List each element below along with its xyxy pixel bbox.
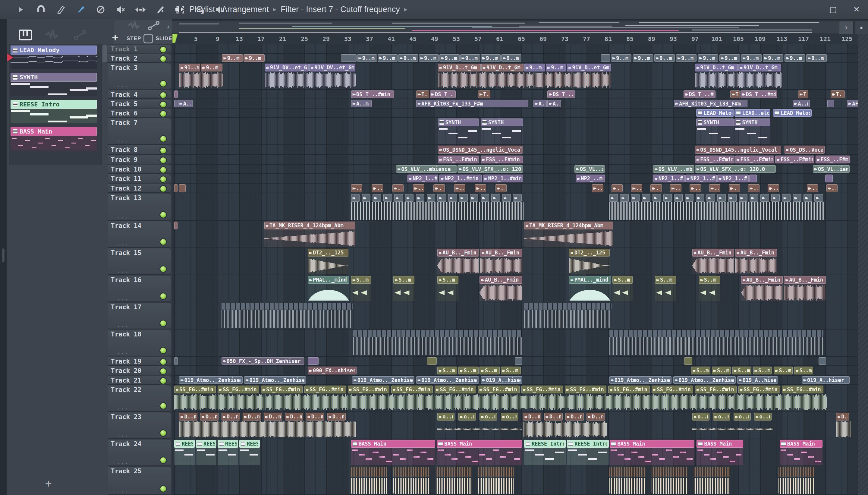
track-mute-led[interactable] [159, 456, 167, 464]
clip-050-fx---sp..dh-zenhiser[interactable]: ▶▶050_FX_-_Sp..DH_Zenhiser [222, 357, 305, 365]
clip-afb-kit03-fx-133-f#m[interactable]: ▶▶AFB_Kit03_Fx_133_F#m [674, 100, 748, 107]
scrollbar-options-button[interactable]: ▪ [855, 21, 868, 34]
clip-os-dsnd-145..ngelic-vocal[interactable]: ▶▶OS_DSND_145..ngelic_Vocal [695, 146, 781, 154]
clip-stripes[interactable] [652, 467, 688, 494]
clip-synth[interactable]: SYNTH [438, 118, 479, 144]
clip-stub[interactable]: ▶▶ [749, 194, 758, 220]
clip-stripes[interactable] [609, 467, 646, 494]
track-header-4[interactable]: Track 4 [108, 90, 171, 99]
clip-019-a..hiser[interactable]: ▶▶019_A..hiser [802, 376, 850, 384]
track-mute-led[interactable] [159, 429, 167, 437]
piano-tab[interactable] [19, 30, 33, 41]
clip-o..n[interactable]: ▶▶o..n [458, 413, 475, 438]
clip-stub[interactable]: ▶▶ [642, 194, 650, 220]
clip-stub[interactable] [174, 222, 177, 247]
clip-fss-..f#min[interactable]: ▶▶FSS_..F#min [735, 156, 774, 164]
clip-bass-main[interactable]: BASS Main [610, 440, 694, 465]
clip-dt2-..-125[interactable]: ▶▶DT2_.._125 [308, 249, 348, 274]
track-header-8[interactable]: Track 8 [108, 145, 171, 155]
clip-..n[interactable]: ▶▶..n [729, 184, 740, 192]
clip-stub[interactable] [684, 357, 692, 365]
clip-np2-..min[interactable]: ▶▶NP2_..min [576, 174, 605, 182]
track-header-6[interactable]: Track 6 [108, 109, 171, 118]
clip-stub[interactable]: ▶▶ [696, 194, 704, 220]
track-mute-led[interactable] [159, 320, 167, 327]
track-header-10[interactable]: Track 10 [108, 165, 171, 174]
track-header-13[interactable]: Track 13... [108, 193, 171, 221]
clip-..n[interactable]: ▶▶..n [690, 184, 701, 192]
clip-..n[interactable]: ▶▶..n [393, 184, 404, 192]
mute-icon[interactable] [115, 4, 126, 16]
clip-ds-t-..#min[interactable]: ▶▶DS_T_..#min [430, 90, 456, 98]
clip-ss-fg..#min[interactable]: ▶▶SS_FG..#min [174, 386, 216, 411]
clip-stub[interactable]: ▶▶ [416, 194, 425, 220]
clip-d..n[interactable]: ▶▶D..n [544, 413, 563, 438]
clip-afb-kit03-fx-133-f#m[interactable]: ▶▶AFB_Kit03_Fx_133_F#m [416, 100, 528, 107]
clip-fss-..f#min[interactable]: ▶▶FSS_..F#min [775, 156, 814, 164]
clip-9..m[interactable]: ▶▶9..m [676, 54, 696, 62]
clip-stub[interactable]: ▶▶ [372, 194, 381, 220]
clip-ss-fg..#min[interactable]: ▶▶SS_FG..#min [218, 386, 259, 411]
clip-s..m[interactable]: ▶▶S..m [753, 366, 772, 374]
clip-lead-melody[interactable]: LEAD Melody [773, 109, 812, 117]
track-mute-led[interactable] [159, 147, 167, 154]
clip-s..m[interactable]: ▶▶S..m [458, 366, 478, 374]
clip-os-vlv-sfx-..o-120.0[interactable]: ▶▶OS_VLV_SFX_..o: 120.0 [695, 165, 776, 173]
clip-stub[interactable] [174, 100, 177, 107]
clip-comb[interactable] [524, 303, 611, 328]
clip-np2-1..#min[interactable]: ▶▶NP2_1..#min [653, 174, 684, 182]
clip-comb[interactable] [609, 330, 824, 355]
clip-stub[interactable]: ▶▶ [481, 194, 489, 220]
stretch-icon[interactable] [135, 4, 146, 16]
clip-ss-fg..#min[interactable]: ▶▶SS_FG..#min [261, 386, 302, 411]
audio-tab[interactable] [45, 30, 59, 41]
clip-..n[interactable]: ▶▶..n [807, 184, 818, 192]
clip-stub[interactable] [749, 174, 757, 182]
clip-d..n[interactable]: ▶▶D..n [264, 413, 282, 438]
clip-9..m[interactable]: ▶▶9..m [546, 64, 566, 89]
track-mute-led[interactable] [159, 91, 167, 99]
clip-..n[interactable]: ▶▶..n [433, 184, 445, 192]
scroll-right-button[interactable]: › [839, 21, 853, 34]
clip-ta-mk-riser-4-124bpm-abm[interactable]: ▶▶TA_MK_RISER_4_124bpm_Abm [264, 222, 355, 247]
clip-reese-intro[interactable]: REESE Intro [524, 440, 566, 465]
clip-s..m[interactable]: ▶▶S..m [480, 366, 499, 374]
clip-ds-t-..#min[interactable]: ▶▶DS_T_..#min [351, 90, 394, 98]
clip-s..m[interactable]: ▶▶S..m [437, 366, 457, 374]
clip-ds-t-..#min[interactable]: ▶▶DS_T_..#min [741, 90, 777, 98]
clip-stub[interactable] [427, 357, 437, 365]
clip-stub[interactable]: ▶▶ [739, 194, 747, 220]
clip-..n[interactable]: ▶▶..n [371, 184, 383, 192]
clip-o..n[interactable]: ▶▶o..n [480, 413, 497, 438]
clip-np2-1..#min[interactable]: ▶▶NP2_1..#min [483, 174, 523, 182]
clip-..n[interactable]: ▶▶..n [592, 184, 603, 192]
track-header-19[interactable]: Track 19 [108, 357, 171, 366]
clip-d..n[interactable]: ▶▶D..n [200, 413, 219, 438]
clip-stub[interactable] [308, 357, 318, 365]
clip-audio-icon[interactable] [128, 20, 140, 32]
clip-synth[interactable]: SYNTH [734, 118, 770, 144]
clip-stub[interactable]: ▶▶ [427, 194, 435, 220]
track-mute-led[interactable] [159, 211, 167, 219]
track-mute-led[interactable] [159, 46, 167, 53]
clip-o..n[interactable]: ▶▶o..n [437, 413, 454, 438]
clip-..n[interactable]: ▶▶..n [496, 184, 507, 192]
clip-ss-fg..#min[interactable]: ▶▶SS_FG..#min [391, 386, 433, 411]
clip-019-atmo..-zenhiser[interactable]: ▶▶019_Atmo.._Zenhiser [609, 376, 672, 384]
clip-fss-..f#min[interactable]: ▶▶FSS_..F#min [481, 156, 523, 164]
clip-o..n[interactable]: ▶▶o..n [501, 413, 518, 438]
clip-stripes[interactable] [351, 467, 387, 494]
clip-..n[interactable]: ▶▶..n [475, 184, 486, 192]
clip-stub[interactable]: ▶▶ [707, 194, 715, 220]
clip-stripes[interactable] [779, 467, 815, 494]
clip-pmal..-mind[interactable]: ▶▶PMAL.._mind [308, 276, 349, 301]
clip-d..n[interactable]: ▶▶D..n [285, 413, 303, 438]
clip-ss-fg..#min[interactable]: ▶▶SS_FG..#min [695, 386, 736, 411]
clip-9..m[interactable]: ▶▶9..m [763, 54, 783, 62]
clip-019-atmo..-zenhiser[interactable]: ▶▶019_Atmo.._Zenhiser [673, 376, 736, 384]
add-track-button[interactable]: + [112, 31, 118, 44]
clip-s..m[interactable]: ▶▶S..m [351, 276, 371, 301]
clip-..n[interactable]: ▶▶..n [631, 184, 643, 192]
clip-..n[interactable]: ▶▶..n [709, 184, 721, 192]
clip-s..m[interactable]: ▶▶S..m [655, 276, 676, 301]
